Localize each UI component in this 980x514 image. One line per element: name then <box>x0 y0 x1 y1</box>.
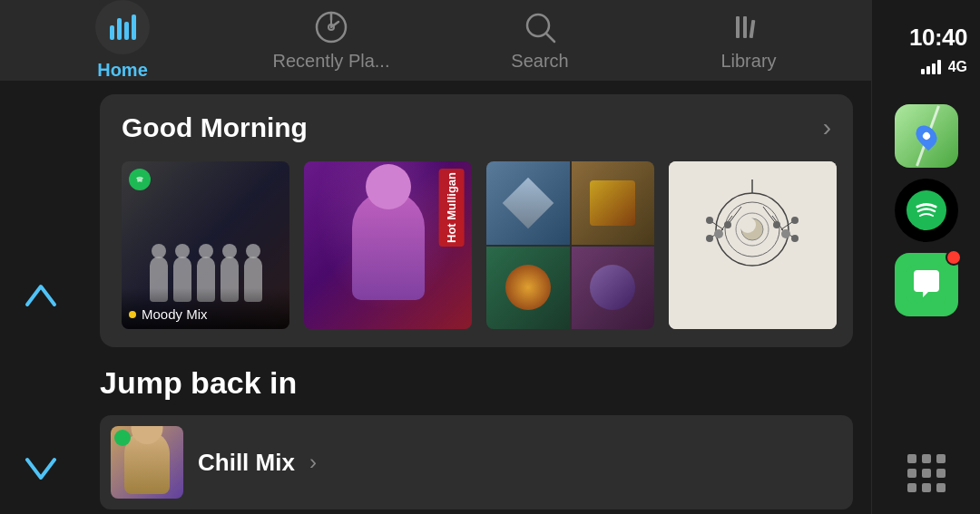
svg-point-28 <box>781 229 790 238</box>
diamond-art <box>502 177 554 228</box>
spotify-badge-chill <box>114 430 131 446</box>
nav-bar: Home Recently Pla... Search <box>0 0 871 81</box>
bar-4 <box>937 60 941 74</box>
album-hot-mulligan[interactable]: Hot Mulligan <box>304 161 472 329</box>
grid-art-4 <box>572 247 655 330</box>
recent-icon <box>313 9 349 45</box>
home-icon <box>95 0 150 54</box>
right-sidebar: 10:40 4G <box>871 0 980 514</box>
svg-point-34 <box>906 190 946 230</box>
maps-app-icon[interactable] <box>895 104 958 168</box>
scroll-controls <box>0 176 82 514</box>
app-grid-dots <box>900 447 953 499</box>
good-morning-title: Good Morning <box>122 112 308 143</box>
nav-search[interactable]: Search <box>436 0 644 81</box>
grid-art-3 <box>486 247 570 330</box>
spotify-badge-moody <box>129 169 151 190</box>
app-grid-button[interactable] <box>900 447 953 499</box>
nav-library-label: Library <box>720 51 776 72</box>
signal-row: 4G <box>921 59 967 75</box>
chill-mix-art <box>111 426 183 499</box>
grid-art-1 <box>486 161 570 245</box>
bar-2 <box>926 66 930 74</box>
good-morning-arrow[interactable]: › <box>823 113 831 142</box>
sketch-svg <box>669 161 837 329</box>
signal-bars <box>921 60 941 74</box>
scroll-up-button[interactable] <box>18 277 64 320</box>
nav-recently-label: Recently Pla... <box>273 51 390 72</box>
dot-3 <box>936 454 946 463</box>
messages-app-icon[interactable] <box>895 253 958 316</box>
search-icon <box>522 9 558 45</box>
spotify-app-icon[interactable] <box>895 179 958 242</box>
good-morning-section: Good Morning › <box>100 94 853 347</box>
nav-library[interactable]: Library <box>644 0 853 81</box>
svg-point-32 <box>740 217 756 233</box>
svg-line-5 <box>546 34 554 42</box>
nav-recently-played[interactable]: Recently Pla... <box>227 0 436 81</box>
jump-back-section: Jump back in Chill Mix › <box>100 365 853 514</box>
bar-1 <box>921 69 925 74</box>
map-pin <box>911 121 941 151</box>
svg-point-30 <box>773 221 780 228</box>
moody-mix-text: Moody Mix <box>142 306 208 322</box>
library-icon <box>730 9 767 45</box>
moody-mix-label: Moody Mix <box>122 288 289 329</box>
circle-art <box>505 265 551 310</box>
album-multi[interactable] <box>486 161 654 329</box>
nav-home[interactable]: Home <box>18 0 227 81</box>
svg-rect-6 <box>736 16 740 38</box>
svg-rect-7 <box>743 16 747 38</box>
svg-point-33 <box>118 433 127 442</box>
svg-point-27 <box>714 229 723 238</box>
app-icons-list <box>895 95 958 447</box>
dot-6 <box>936 469 946 478</box>
bar-3 <box>932 63 936 74</box>
time-display: 10:40 <box>909 24 967 52</box>
svg-point-23 <box>706 217 713 224</box>
messages-badge <box>946 249 962 266</box>
messages-logo <box>906 265 946 305</box>
dot-1 <box>907 454 916 463</box>
hm-figure-art <box>352 191 425 300</box>
scroll-down-button[interactable] <box>18 451 64 493</box>
dot-9 <box>936 483 946 492</box>
svg-point-24 <box>706 235 713 242</box>
svg-point-26 <box>791 235 799 242</box>
hot-mulligan-text: Hot Mulligan <box>439 169 465 247</box>
dot-7 <box>907 483 916 492</box>
moody-dot <box>129 311 136 318</box>
spotify-logo <box>906 190 946 230</box>
jump-back-title: Jump back in <box>100 365 853 401</box>
grid-art-2 <box>572 161 655 245</box>
dot-5 <box>922 469 931 478</box>
dot-4 <box>907 469 916 478</box>
good-morning-header: Good Morning › <box>122 112 831 143</box>
chill-figure <box>124 431 170 494</box>
status-bar: 10:40 4G <box>872 0 980 95</box>
content-area: Good Morning › <box>82 81 871 514</box>
svg-point-29 <box>724 221 731 228</box>
album-sketch[interactable] <box>669 161 837 329</box>
nav-search-label: Search <box>511 51 568 72</box>
album-row: Moody Mix Hot Mulligan <box>122 161 831 329</box>
album-moody-mix[interactable]: Moody Mix <box>122 161 289 329</box>
sketch-art <box>669 161 837 329</box>
nav-home-label: Home <box>97 60 148 81</box>
chill-mix-title: Chill Mix <box>198 449 295 477</box>
dot-8 <box>922 483 931 492</box>
chill-mix-arrow: › <box>309 450 317 475</box>
dot-2 <box>922 454 931 463</box>
network-label: 4G <box>948 59 967 75</box>
svg-rect-8 <box>750 20 756 38</box>
chill-mix-card[interactable]: Chill Mix › <box>100 415 853 509</box>
main-content: Home Recently Pla... Search <box>0 0 871 514</box>
svg-point-25 <box>791 217 799 224</box>
